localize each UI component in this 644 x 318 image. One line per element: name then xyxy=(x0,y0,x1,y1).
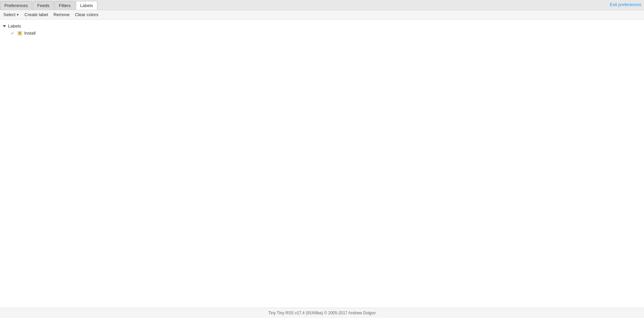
tab-bar: Preferences Feeds Filters Labels Exit pr… xyxy=(0,0,644,10)
select-chevron-icon: ▼ xyxy=(16,13,19,16)
select-button[interactable]: Select ▼ xyxy=(1,11,21,18)
main-content: Labels ✓ Install xyxy=(0,19,644,308)
labels-section: Labels ✓ Install xyxy=(3,24,641,36)
tab-feeds[interactable]: Feeds xyxy=(33,1,54,10)
remove-button[interactable]: Remove xyxy=(51,11,71,18)
tab-preferences-label: Preferences xyxy=(4,3,28,8)
tab-feeds-label: Feeds xyxy=(37,3,49,8)
check-icon: ✓ xyxy=(11,31,15,36)
tab-labels-label: Labels xyxy=(80,3,93,8)
toolbar: Select ▼ Create label Remove Clear color… xyxy=(0,10,644,19)
label-color-dot xyxy=(18,32,21,35)
select-label: Select xyxy=(3,12,15,17)
tab-preferences[interactable]: Preferences xyxy=(0,1,32,10)
labels-section-title: Labels xyxy=(8,24,21,29)
label-color-box[interactable] xyxy=(17,31,22,36)
tab-labels[interactable]: Labels xyxy=(76,1,97,10)
chevron-down-icon xyxy=(3,25,6,27)
list-item: ✓ Install xyxy=(3,30,641,36)
tab-filters[interactable]: Filters xyxy=(54,1,75,10)
label-name: Install xyxy=(24,31,36,36)
clear-colors-button[interactable]: Clear colors xyxy=(73,11,100,18)
footer-text: Tiny Tiny RSS v17.4 (91f49ba) © 2005-201… xyxy=(268,311,376,315)
tab-filters-label: Filters xyxy=(59,3,70,8)
footer: Tiny Tiny RSS v17.4 (91f49ba) © 2005-201… xyxy=(0,308,644,318)
exit-preferences-link[interactable]: Exit preferences xyxy=(610,2,641,7)
create-label-button[interactable]: Create label xyxy=(22,11,50,18)
labels-section-header[interactable]: Labels xyxy=(3,24,641,29)
